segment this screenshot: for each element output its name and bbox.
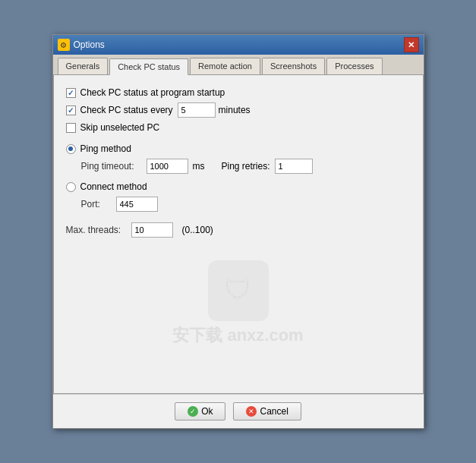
ping-method-text: Ping method <box>80 143 131 154</box>
watermark: 🛡 安下载 anxz.com <box>66 260 411 347</box>
check-every-checkbox[interactable] <box>66 106 76 115</box>
ping-method-row: Ping method <box>66 143 411 154</box>
tab-generals[interactable]: Generals <box>58 58 109 74</box>
check-every-row: Check PC status every 5 minutes <box>66 102 411 118</box>
check-every-label[interactable]: Check PC status every <box>66 105 173 115</box>
tab-processes[interactable]: Processes <box>326 58 382 74</box>
tab-bar: Generals Check PC status Remote action S… <box>53 55 424 75</box>
title-bar: ⚙ Options ✕ <box>53 35 424 55</box>
skip-unselected-row: Skip unselected PC <box>66 122 411 133</box>
tab-content: Check PC status at program startup Check… <box>53 75 424 394</box>
ok-icon: ✓ <box>188 406 198 417</box>
check-startup-text: Check PC status at program startup <box>80 87 225 98</box>
skip-unselected-checkbox[interactable] <box>66 123 76 133</box>
footer: ✓ Ok ✕ Cancel <box>53 394 424 428</box>
max-threads-range: (0..100) <box>182 225 213 235</box>
ping-method-radio[interactable] <box>66 144 76 154</box>
window-title: Options <box>74 39 105 50</box>
cancel-icon: ✕ <box>246 406 257 417</box>
check-every-text: Check PC status every <box>80 105 173 115</box>
max-threads-input[interactable]: 10 <box>131 222 173 238</box>
check-startup-label[interactable]: Check PC status at program startup <box>66 87 225 98</box>
watermark-icon: 🛡 <box>208 260 269 321</box>
connect-method-label-wrap[interactable]: Connect method <box>66 181 147 192</box>
check-every-input[interactable]: 5 <box>178 102 216 118</box>
ping-retries-input[interactable]: 1 <box>275 159 313 174</box>
max-threads-label: Max. threads: <box>66 225 127 235</box>
close-button[interactable]: ✕ <box>404 37 419 52</box>
connect-method-text: Connect method <box>80 181 147 192</box>
tab-check-pc-status[interactable]: Check PC status <box>109 58 188 75</box>
watermark-text: 安下载 anxz.com <box>172 324 303 347</box>
connect-method-radio[interactable] <box>66 182 76 192</box>
cancel-button[interactable]: ✕ Cancel <box>233 402 301 420</box>
app-icon: ⚙ <box>58 39 70 51</box>
check-startup-row: Check PC status at program startup <box>66 87 411 98</box>
ping-timeout-label: Ping timeout: <box>81 161 142 172</box>
connect-method-row: Connect method <box>66 181 411 192</box>
ping-timeout-row: Ping timeout: 1000 ms Ping retries: 1 <box>81 159 411 174</box>
options-window: ⚙ Options ✕ Generals Check PC status Rem… <box>52 34 424 429</box>
port-row: Port: 445 <box>81 197 411 212</box>
check-startup-checkbox[interactable] <box>66 88 76 98</box>
ping-timeout-input[interactable]: 1000 <box>147 159 188 174</box>
tab-screenshots[interactable]: Screenshots <box>262 58 325 74</box>
ok-button[interactable]: ✓ Ok <box>175 402 225 420</box>
check-every-unit: minutes <box>219 105 251 115</box>
port-input[interactable]: 445 <box>116 197 158 212</box>
skip-unselected-text: Skip unselected PC <box>80 122 160 133</box>
skip-unselected-label[interactable]: Skip unselected PC <box>66 122 160 133</box>
ping-method-label-wrap[interactable]: Ping method <box>66 143 131 154</box>
ok-label: Ok <box>201 406 213 417</box>
ping-timeout-unit: ms <box>193 161 205 172</box>
max-threads-row: Max. threads: 10 (0..100) <box>66 222 411 238</box>
cancel-label: Cancel <box>260 406 288 417</box>
ping-retries-label: Ping retries: <box>222 161 270 172</box>
tab-remote-action[interactable]: Remote action <box>190 58 260 74</box>
port-label: Port: <box>81 199 112 209</box>
